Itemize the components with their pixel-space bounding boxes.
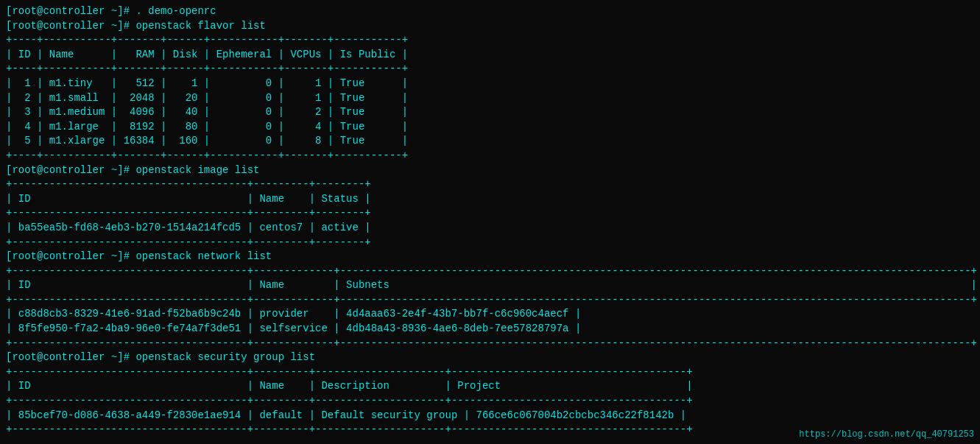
terminal-line: [root@controller ~]# openstack image lis… [6, 163, 974, 178]
terminal-line: | 5 | m1.xlarge | 16384 | 160 | 0 | 8 | … [6, 134, 974, 149]
terminal-line: | 3 | m1.medium | 4096 | 40 | 0 | 2 | Tr… [6, 105, 974, 120]
terminal-line: | ID | Name | Subnets | [6, 278, 974, 293]
terminal-line: [root@controller ~]# openstack flavor li… [6, 19, 974, 34]
terminal-line: [root@controller ~]# openstack network l… [6, 250, 974, 264]
terminal-line: +--------------------------------------+… [6, 264, 974, 279]
terminal-line: +--------------------------------------+… [6, 394, 974, 409]
terminal-line: +----+-----------+-------+------+-------… [6, 33, 974, 48]
terminal-line: +----+-----------+-------+------+-------… [6, 149, 974, 163]
terminal-line: | ID | Name | Status | [6, 192, 974, 207]
terminal-line: | 2 | m1.small | 2048 | 20 | 0 | 1 | Tru… [6, 91, 974, 106]
terminal-line: [root@controller ~]# . demo-openrc [6, 4, 974, 19]
terminal-line: +--------------------------------------+… [6, 177, 974, 192]
terminal-line: | ID | Name | Description | Project | [6, 379, 974, 394]
terminal-line: +--------------------------------------+… [6, 236, 974, 250]
terminal-line: | 1 | m1.tiny | 512 | 1 | 0 | 1 | True | [6, 77, 974, 91]
terminal-line: | 85bcef70-d086-4638-a449-f2830e1ae914 |… [6, 409, 974, 423]
terminal-line: +----+-----------+-------+------+-------… [6, 62, 974, 77]
terminal-line: | c88d8cb3-8329-41e6-91ad-f52ba6b9c24b |… [6, 307, 974, 322]
terminal-line: | ID | Name | RAM | Disk | Ephemeral | V… [6, 48, 974, 63]
watermark: https://blog.csdn.net/qq_40791253 [799, 429, 974, 441]
terminal-output: [root@controller ~]# . demo-openrc[root@… [6, 4, 974, 437]
terminal-line: +--------------------------------------+… [6, 293, 974, 308]
terminal-line: | 4 | m1.large | 8192 | 80 | 0 | 4 | Tru… [6, 120, 974, 135]
terminal-line: +--------------------------------------+… [6, 336, 974, 351]
terminal-line: [root@controller ~]# openstack security … [6, 350, 974, 365]
terminal-line: | ba55ea5b-fd68-4eb3-b270-1514a214fcd5 |… [6, 221, 974, 236]
terminal-line: +--------------------------------------+… [6, 365, 974, 380]
terminal-line: +--------------------------------------+… [6, 206, 974, 221]
terminal-line: | 8f5fe950-f7a2-4ba9-96e0-fe74a7f3de51 |… [6, 322, 974, 336]
